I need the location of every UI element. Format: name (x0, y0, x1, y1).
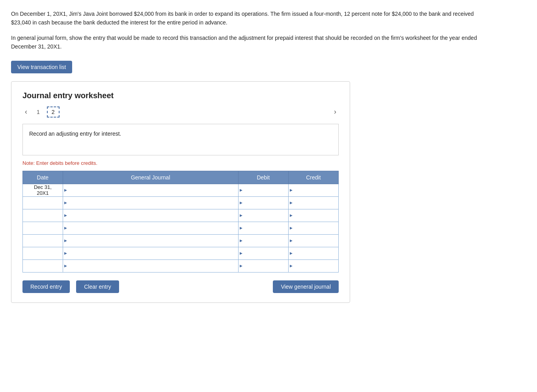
table-row (23, 259, 339, 272)
journal-cell-2[interactable] (63, 196, 238, 209)
record-entry-button[interactable]: Record entry (22, 280, 70, 293)
debit-input-4[interactable] (240, 222, 287, 233)
tab-navigation: ‹ 1 2 › (22, 106, 339, 118)
col-header-journal: General Journal (63, 171, 238, 184)
date-cell-7 (23, 259, 63, 272)
credit-input-2[interactable] (290, 197, 337, 208)
journal-input-6[interactable] (65, 248, 237, 259)
journal-input-2[interactable] (65, 197, 237, 208)
description-block: On December 1, 20X1, Jim's Java Joint bo… (11, 9, 484, 51)
date-cell-2 (23, 196, 63, 209)
table-row (23, 234, 339, 247)
credit-input-3[interactable] (290, 210, 337, 221)
view-general-journal-button[interactable]: View general journal (273, 280, 339, 293)
clear-entry-button[interactable]: Clear entry (76, 280, 119, 293)
worksheet-container: Journal entry worksheet ‹ 1 2 › Record a… (11, 81, 350, 303)
table-row (23, 247, 339, 259)
credit-cell-5[interactable] (288, 234, 338, 247)
next-tab-button[interactable]: › (332, 107, 339, 117)
worksheet-title: Journal entry worksheet (22, 91, 339, 100)
journal-cell-4[interactable] (63, 222, 238, 234)
debit-input-7[interactable] (240, 260, 287, 271)
date-cell-6 (23, 247, 63, 259)
debit-input-2[interactable] (240, 197, 287, 208)
action-buttons: Record entry Clear entry View general jo… (22, 280, 339, 293)
credit-input-1[interactable] (290, 185, 337, 196)
journal-input-4[interactable] (65, 222, 237, 233)
date-cell-3 (23, 209, 63, 222)
debit-input-1[interactable] (240, 185, 287, 196)
credit-input-6[interactable] (290, 248, 337, 259)
date-cell-5 (23, 234, 63, 247)
journal-input-5[interactable] (65, 235, 237, 246)
col-header-debit: Debit (238, 171, 288, 184)
debit-cell-4[interactable] (238, 222, 288, 234)
debit-input-3[interactable] (240, 210, 287, 221)
description-paragraph1: On December 1, 20X1, Jim's Java Joint bo… (11, 9, 484, 27)
debit-input-5[interactable] (240, 235, 287, 246)
credit-cell-2[interactable] (288, 196, 338, 209)
debit-cell-1[interactable] (238, 184, 288, 196)
view-transaction-list-button[interactable]: View transaction list (11, 61, 72, 73)
debit-cell-3[interactable] (238, 209, 288, 222)
journal-cell-3[interactable] (63, 209, 238, 222)
instruction-text: Record an adjusting entry for interest. (29, 131, 121, 137)
credit-cell-7[interactable] (288, 259, 338, 272)
journal-input-1[interactable] (65, 185, 237, 196)
table-row (23, 209, 339, 222)
tab-2[interactable]: 2 (47, 106, 60, 118)
col-header-date: Date (23, 171, 63, 184)
credit-cell-1[interactable] (288, 184, 338, 196)
table-row: Dec 31,20X1 (23, 184, 339, 196)
credit-input-7[interactable] (290, 260, 337, 271)
credit-input-5[interactable] (290, 235, 337, 246)
debit-input-6[interactable] (240, 248, 287, 259)
col-header-credit: Credit (288, 171, 338, 184)
credit-cell-6[interactable] (288, 247, 338, 259)
journal-cell-5[interactable] (63, 234, 238, 247)
date-cell-1: Dec 31,20X1 (23, 184, 63, 196)
description-paragraph2: In general journal form, show the entry … (11, 34, 484, 51)
prev-tab-button[interactable]: ‹ (22, 107, 30, 117)
journal-cell-1[interactable] (63, 184, 238, 196)
journal-cell-6[interactable] (63, 247, 238, 259)
debit-cell-6[interactable] (238, 247, 288, 259)
journal-input-7[interactable] (65, 260, 237, 271)
table-row (23, 222, 339, 234)
credit-input-4[interactable] (290, 222, 337, 233)
note-text: Note: Enter debits before credits. (22, 160, 339, 166)
tab-1[interactable]: 1 (33, 107, 44, 117)
date-cell-4 (23, 222, 63, 234)
debit-cell-5[interactable] (238, 234, 288, 247)
table-row (23, 196, 339, 209)
journal-cell-7[interactable] (63, 259, 238, 272)
debit-cell-7[interactable] (238, 259, 288, 272)
journal-input-3[interactable] (65, 210, 237, 221)
instruction-box: Record an adjusting entry for interest. (22, 124, 339, 155)
credit-cell-3[interactable] (288, 209, 338, 222)
credit-cell-4[interactable] (288, 222, 338, 234)
journal-table: Date General Journal Debit Credit Dec 31… (22, 171, 339, 273)
debit-cell-2[interactable] (238, 196, 288, 209)
